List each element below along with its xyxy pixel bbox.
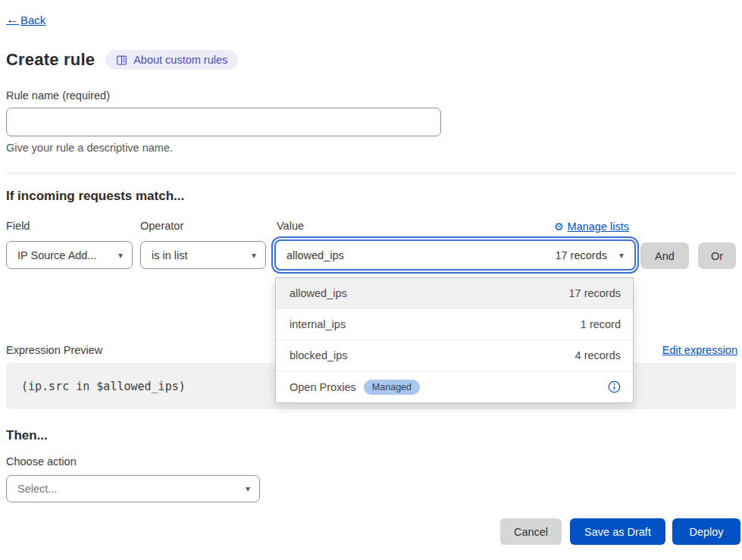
about-custom-rules-label: About custom rules [133,54,227,66]
operator-label: Operator [140,220,183,232]
then-heading: Then... [6,428,48,443]
list-option-detail: 17 records [568,287,621,299]
chevron-down-icon: ▾ [619,251,624,260]
list-option-allowed-ips[interactable]: allowed_ips 17 records [276,278,633,309]
manage-lists-link[interactable]: ⚙ Manage lists [554,221,635,233]
about-custom-rules-link[interactable]: About custom rules [105,50,238,70]
edit-expression-link[interactable]: Edit expression [662,344,737,356]
book-icon [116,55,127,66]
back-link[interactable]: ←Back [6,12,45,27]
gear-icon: ⚙ [554,221,564,233]
back-arrow-icon: ← [6,12,19,27]
cancel-button[interactable]: Cancel [500,518,562,545]
match-heading: If incoming requests match... [6,189,184,204]
and-button[interactable]: And [640,242,689,269]
manage-lists-label: Manage lists [568,221,629,233]
info-icon[interactable] [608,380,621,393]
chevron-down-icon: ▾ [118,251,123,260]
list-option-internal-ips[interactable]: internal_ips 1 record [276,309,633,340]
action-select-placeholder: Select... [17,483,57,495]
deploy-button[interactable]: Deploy [672,518,740,545]
list-option-open-proxies[interactable]: Open Proxies Managed [276,371,633,402]
action-select[interactable]: Select... ▾ [6,475,260,502]
rule-name-helper: Give your rule a descriptive name. [6,142,173,154]
back-label: Back [20,14,45,27]
value-label: Value [277,220,304,232]
choose-action-label: Choose action [6,455,77,468]
rule-name-label: Rule name (required) [6,89,110,102]
value-select-value: allowed_ips [286,249,344,261]
list-option-detail: 1 record [581,318,621,330]
list-option-name: Open Proxies [290,381,356,393]
create-rule-page: ←Back Create rule About custom rules Rul… [0,0,742,560]
field-label: Field [6,220,30,232]
field-select-value: IP Source Add... [17,249,97,261]
or-button[interactable]: Or [698,242,736,269]
list-option-name: blocked_ips [290,349,348,361]
list-option-name: allowed_ips [290,287,347,299]
expression-code: (ip.src in $allowed_ips) [21,380,186,393]
managed-badge: Managed [364,380,420,395]
list-option-detail: 4 records [575,349,621,361]
expression-preview-label: Expression Preview [6,344,102,356]
value-record-count: 17 records [555,249,607,261]
operator-select-value: is in list [152,249,188,261]
rule-name-input[interactable] [6,108,441,136]
page-title: Create rule [6,50,95,70]
chevron-down-icon: ▾ [246,484,250,493]
section-divider [6,173,736,174]
header: Create rule About custom rules [6,50,238,70]
list-option-blocked-ips[interactable]: blocked_ips 4 records [276,340,633,371]
value-select[interactable]: allowed_ips 17 records ▾ [274,239,636,271]
chevron-down-icon: ▾ [252,251,256,260]
field-select[interactable]: IP Source Add... ▾ [6,241,133,269]
list-option-name: internal_ips [290,318,346,330]
operator-select[interactable]: is in list ▾ [140,241,266,269]
list-dropdown: allowed_ips 17 records internal_ips 1 re… [275,277,634,403]
save-as-draft-button[interactable]: Save as Draft [570,518,665,545]
